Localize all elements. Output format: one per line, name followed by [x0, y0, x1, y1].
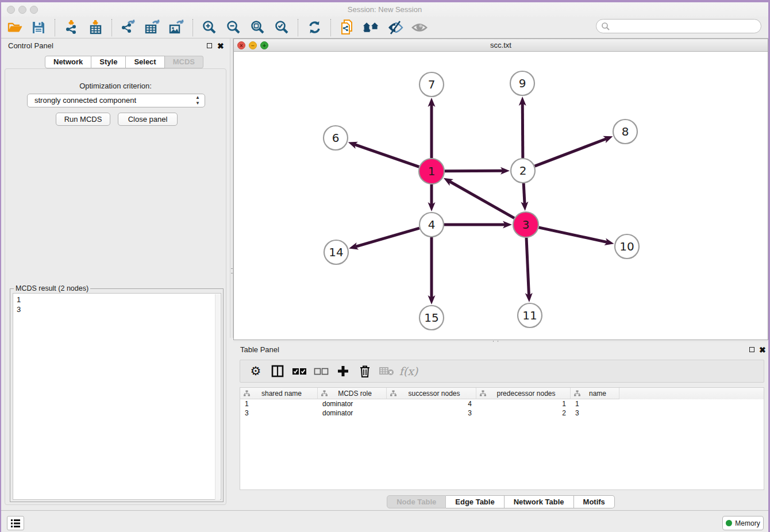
delete-row-icon[interactable] [355, 363, 375, 380]
table-cell: dominator [318, 408, 387, 418]
refresh-view-icon[interactable] [306, 19, 323, 36]
export-network-icon[interactable] [120, 19, 137, 36]
table-panel: Table Panel ✖ ⚙ f(x) shared nameMCDS rol… [233, 342, 768, 510]
control-tab-style[interactable]: Style [91, 56, 126, 68]
toolbar-separator [330, 19, 331, 36]
control-tab-select[interactable]: Select [126, 56, 164, 68]
control-panel: Control Panel ✖ NetworkStyleSelectMCDS O… [1, 38, 230, 510]
save-session-icon[interactable] [30, 19, 47, 36]
node-label-4: 4 [428, 218, 436, 232]
clone-network-icon[interactable] [338, 19, 356, 36]
memory-button[interactable]: Memory [722, 516, 764, 530]
graph-edge-2-8[interactable] [535, 138, 607, 166]
table-panel-header: Table Panel ✖ [233, 342, 768, 357]
home-icon[interactable] [363, 19, 380, 36]
show-graphics-details-icon[interactable] [411, 19, 428, 36]
mcds-result-values: 1 3 [17, 295, 21, 314]
column-header-MCDS-role[interactable]: MCDS role [318, 388, 387, 399]
close-panel-icon[interactable]: ✖ [759, 345, 766, 355]
table-cell: 2 [476, 408, 571, 418]
network-canvas[interactable]: 7968124314101511 [234, 52, 768, 340]
table-row[interactable]: 1dominator411 [240, 399, 764, 408]
column-header-successor-nodes[interactable]: successor nodes [387, 388, 476, 399]
show-column-icon[interactable] [268, 363, 287, 380]
network-close-icon[interactable]: × [237, 41, 245, 49]
mcds-result-text[interactable]: 1 3 [13, 293, 221, 500]
window-minimize-button[interactable] [18, 6, 26, 14]
control-tab-network[interactable]: Network [45, 56, 91, 68]
table-cell: dominator [318, 399, 387, 408]
network-window-titlebar[interactable]: × − + scc.txt [234, 39, 768, 52]
main-toolbar [1, 17, 768, 38]
function-builder-icon[interactable]: f(x) [399, 363, 418, 380]
table-panel-tabs: Node TableEdge TableNetwork TableMotifs [233, 495, 768, 508]
zoom-fit-icon[interactable] [249, 19, 266, 36]
export-table-icon[interactable] [144, 19, 161, 36]
node-label-9: 9 [519, 76, 526, 90]
network-maximize-icon[interactable]: + [260, 41, 268, 49]
graph-edge-3-10[interactable] [538, 228, 607, 242]
graph-edge-3-11[interactable] [526, 238, 529, 295]
graph-edge-1-2[interactable] [445, 171, 503, 171]
import-table-icon[interactable] [87, 19, 104, 36]
table-cell: 1 [571, 399, 619, 408]
node-label-8: 8 [622, 125, 629, 138]
table-cell: 4 [387, 399, 476, 408]
column-header-name[interactable]: name [571, 388, 619, 399]
float-panel-icon[interactable] [749, 347, 754, 352]
toolbar-search[interactable] [596, 19, 761, 33]
graph-edge-3-1[interactable] [449, 182, 514, 218]
result-scrollbar[interactable] [215, 294, 220, 500]
node-table[interactable]: shared nameMCDS rolesuccessor nodesprede… [240, 387, 764, 490]
close-panel-button[interactable]: Close panel [118, 113, 178, 126]
task-history-button[interactable] [7, 516, 24, 530]
select-all-icon[interactable] [290, 363, 309, 380]
column-header-predecessor-nodes[interactable]: predecessor nodes [476, 388, 571, 399]
zoom-in-icon[interactable] [201, 19, 218, 36]
table-body: 1dominator4113dominator323 [240, 399, 764, 418]
node-label-6: 6 [332, 131, 340, 145]
network-window-title: scc.txt [234, 39, 768, 52]
import-network-icon[interactable] [63, 19, 80, 36]
control-tab-mcds[interactable]: MCDS [165, 56, 203, 68]
open-file-icon[interactable] [6, 19, 23, 36]
window-close-button[interactable] [7, 6, 15, 14]
zoom-selected-icon[interactable] [273, 19, 290, 36]
window-title: Session: New Session [1, 2, 768, 17]
table-tab-node-table[interactable]: Node Table [387, 495, 446, 508]
table-settings-icon[interactable]: ⚙ [246, 363, 265, 380]
add-row-icon[interactable] [333, 363, 353, 380]
table-cell: 3 [571, 408, 619, 418]
control-panel-header: Control Panel ✖ [1, 38, 230, 53]
network-minimize-icon[interactable]: − [249, 41, 257, 49]
float-panel-icon[interactable] [207, 43, 212, 48]
search-input[interactable] [610, 21, 761, 32]
run-mcds-button[interactable]: Run MCDS [56, 113, 110, 126]
optimization-criterion-label: Optimization criterion: [5, 82, 226, 90]
close-panel-icon[interactable]: ✖ [217, 41, 224, 51]
toolbar-separator [298, 19, 298, 36]
app-titlebar: Session: New Session [1, 2, 768, 17]
table-cell: 3 [240, 408, 318, 418]
graph-edge-1-6[interactable] [355, 144, 419, 167]
graph-edge-2-3[interactable] [523, 183, 525, 204]
hide-graphics-details-icon[interactable] [387, 19, 404, 36]
window-zoom-button[interactable] [30, 6, 38, 14]
table-row[interactable]: 3dominator323 [240, 408, 764, 418]
table-cell: 3 [387, 408, 476, 418]
splitter-grip [493, 341, 498, 342]
dropdown-value: strongly connected component [34, 96, 136, 105]
splitter-grip [231, 268, 233, 273]
table-tab-edge-table[interactable]: Edge Table [446, 495, 504, 508]
node-label-7: 7 [428, 78, 436, 91]
column-header-shared-name[interactable]: shared name [240, 388, 318, 399]
graph-edge-2-9[interactable] [522, 103, 523, 158]
table-tab-motifs[interactable]: Motifs [574, 495, 615, 508]
optimization-criterion-dropdown[interactable]: strongly connected component ▲▼ [27, 94, 205, 107]
zoom-out-icon[interactable] [225, 19, 242, 36]
deselect-all-icon[interactable] [311, 363, 331, 380]
graph-edge-4-14[interactable] [356, 228, 419, 246]
delete-table-icon[interactable] [377, 363, 396, 380]
table-tab-network-table[interactable]: Network Table [505, 495, 574, 508]
export-image-icon[interactable] [168, 19, 185, 36]
